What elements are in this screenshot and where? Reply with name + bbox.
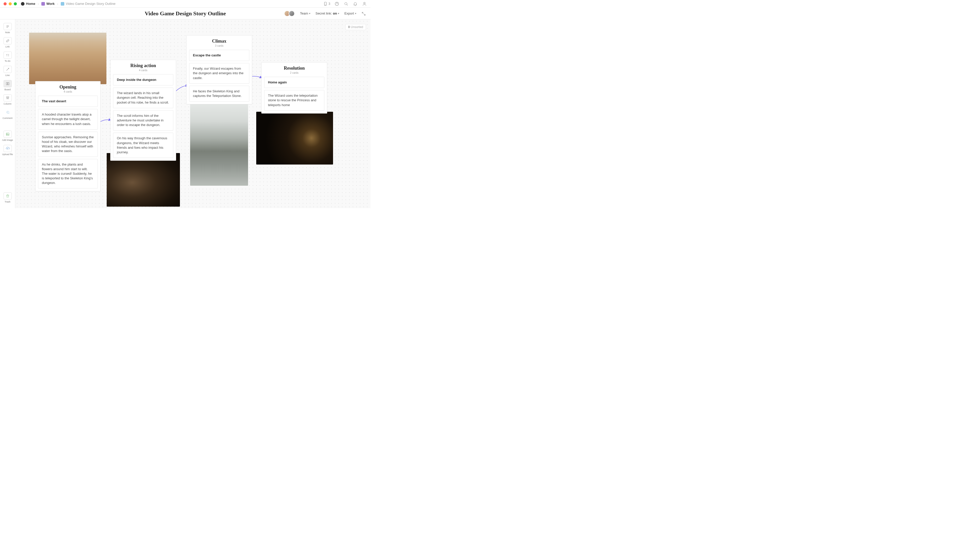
account-button[interactable] (362, 1, 367, 6)
unsorted-label: Unsorted (351, 25, 363, 29)
breadcrumb-home[interactable]: M Home (21, 2, 35, 6)
maximize-window-icon[interactable] (14, 2, 17, 5)
svg-line-5 (347, 4, 348, 5)
team-menu[interactable]: Team ▾ (300, 11, 310, 15)
document-toolbar: Video Game Design Story Outline Team ▾ S… (0, 8, 371, 19)
help-button[interactable] (334, 1, 339, 6)
home-icon: M (21, 2, 24, 6)
sidebar-item-trash[interactable]: Trash (2, 192, 14, 203)
chevron-right-icon: › (38, 2, 39, 5)
user-icon (362, 2, 367, 6)
board-icon (3, 80, 12, 87)
sidebar-item-upload-file[interactable]: Upload file (2, 145, 14, 156)
card-heading[interactable]: Deep inside the dungeon (113, 74, 173, 86)
sidebar-item-board[interactable]: Board (2, 80, 14, 91)
link-icon (3, 37, 12, 44)
secret-link-state: on (333, 11, 337, 15)
chevron-down-icon: ▾ (309, 12, 310, 15)
sidebar-item-add-image[interactable]: Add image (2, 130, 14, 141)
list-title: Rising action (113, 63, 173, 68)
avatar (289, 11, 295, 17)
sidebar-item-label: Column (3, 103, 11, 105)
breadcrumb-work[interactable]: Work (41, 2, 55, 6)
breadcrumb-current[interactable]: Video Game Design Story Outline (61, 2, 116, 6)
todo-icon (3, 52, 12, 59)
list-climax[interactable]: Climax 3 cards Escape the castle Finally… (186, 35, 252, 104)
card-heading[interactable]: The vast desert (38, 96, 98, 107)
card[interactable]: On his way through the cavernous dungeon… (113, 133, 173, 158)
note-icon (3, 23, 12, 30)
search-button[interactable] (344, 1, 348, 6)
list-count: 2 cards (264, 71, 325, 74)
sidebar-item-label: Note (5, 31, 10, 34)
image-castle[interactable] (190, 100, 248, 186)
column-icon (3, 94, 12, 102)
unsorted-badge[interactable]: 0 Unsorted (345, 24, 366, 30)
card[interactable]: Sunrise approaches. Removing the hood of… (38, 132, 98, 157)
list-count: 4 cards (38, 90, 98, 93)
list-resolution[interactable]: Resolution 2 cards Home again The Wizard… (261, 62, 327, 114)
sidebar-item-comment[interactable]: Comment (2, 109, 14, 119)
breadcrumb-home-label: Home (26, 2, 35, 6)
chevron-right-icon: › (57, 2, 58, 5)
traffic-lights (3, 2, 17, 5)
close-window-icon[interactable] (3, 2, 6, 5)
card[interactable]: The Wizard uses the teleportation stone … (264, 90, 325, 111)
page-title[interactable]: Video Game Design Story Outline (145, 10, 226, 17)
notifications-button[interactable] (353, 1, 358, 6)
sidebar-item-label: Comment (3, 117, 13, 119)
list-rising-action[interactable]: Rising action 4 cards Deep inside the du… (110, 60, 176, 161)
list-opening[interactable]: Opening 4 cards The vast desert A hooded… (35, 81, 100, 191)
card-heading[interactable]: Escape the castle (189, 50, 249, 61)
image-room[interactable] (256, 112, 333, 165)
mobile-devices-count: 3 (328, 2, 330, 6)
upload-icon (3, 145, 12, 152)
svg-rect-17 (8, 83, 9, 85)
secret-link-menu[interactable]: Secret link: on ▾ (315, 11, 339, 15)
sidebar-item-column[interactable]: Column (2, 94, 14, 105)
toolbar-right: Team ▾ Secret link: on ▾ Export ▾ (284, 11, 366, 17)
card[interactable]: As he drinks, the plants and flowers aro… (38, 159, 98, 189)
card[interactable]: The wizard lands in his small dungeon ce… (113, 87, 173, 108)
mobile-devices-button[interactable]: 3 (323, 2, 330, 6)
sidebar-item-label: Upload file (2, 153, 13, 156)
sidebar-item-label: Link (5, 45, 10, 48)
svg-point-4 (345, 2, 347, 5)
card-heading[interactable]: Home again (264, 77, 325, 88)
svg-line-8 (364, 14, 365, 15)
collaborator-avatars[interactable] (284, 11, 295, 17)
card[interactable]: The scroll informs him of the adventure … (113, 110, 173, 131)
sidebar-item-note[interactable]: Note (2, 23, 14, 34)
breadcrumb-work-label: Work (46, 2, 55, 6)
image-desert[interactable] (29, 33, 107, 84)
sidebar-item-label: Add image (2, 139, 13, 141)
chevron-down-icon: ▾ (338, 12, 339, 15)
minimize-window-icon[interactable] (9, 2, 12, 5)
sidebar-item-label: Trash (5, 200, 11, 203)
svg-rect-23 (6, 133, 9, 135)
image-icon (3, 130, 12, 138)
team-label: Team (300, 11, 308, 15)
export-menu[interactable]: Export ▾ (344, 11, 356, 15)
folder-icon (41, 2, 45, 6)
line-icon (3, 66, 12, 73)
breadcrumb: M Home › Work › Video Game Design Story … (21, 2, 116, 6)
card[interactable]: He faces the Skeleton King and captures … (189, 86, 249, 102)
fullscreen-button[interactable] (361, 11, 366, 16)
list-title: Climax (189, 38, 249, 44)
svg-rect-16 (6, 83, 7, 85)
sidebar-item-link[interactable]: Link (2, 37, 14, 48)
trash-icon (3, 192, 12, 200)
svg-point-3 (337, 5, 337, 5)
board-canvas[interactable]: 0 Unsorted Opening 4 cards The vast dese… (15, 19, 371, 208)
image-dungeon[interactable] (107, 153, 180, 206)
unsorted-count: 0 (348, 25, 350, 29)
sidebar-item-label: Line (5, 74, 10, 76)
breadcrumb-current-label: Video Game Design Story Outline (66, 2, 116, 6)
card[interactable]: Finally, our Wizard escapes from the dun… (189, 63, 249, 84)
sidebar-item-line[interactable]: Line (2, 66, 14, 76)
card[interactable]: A hooded character travels atop a camel … (38, 109, 98, 130)
sidebar-item-todo[interactable]: To-do (2, 52, 14, 62)
mobile-icon (323, 2, 328, 6)
svg-point-6 (364, 2, 365, 4)
